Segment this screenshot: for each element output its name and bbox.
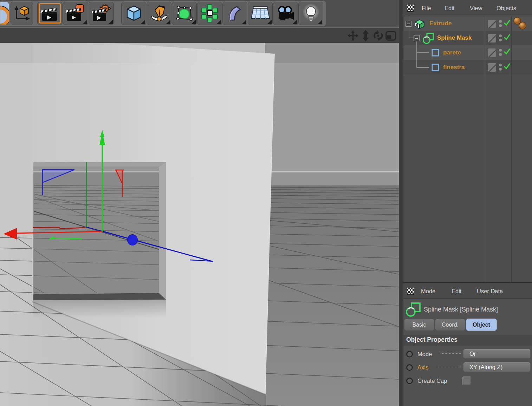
light-button[interactable] — [298, 2, 323, 25]
om-menu-file[interactable]: File — [422, 0, 431, 16]
rectangle-spline-icon — [431, 63, 440, 72]
floor-environment-button[interactable] — [248, 2, 273, 25]
rotate-view-icon[interactable] — [372, 30, 384, 41]
tree-column-separator — [484, 16, 484, 282]
tree-item-extrude[interactable]: Extrude — [429, 20, 452, 27]
editor-visibility-dot[interactable] — [499, 34, 502, 37]
subdivision-surface-button[interactable] — [172, 2, 197, 25]
submenu-corner — [141, 20, 145, 24]
tab-coord[interactable]: Coord. — [435, 319, 465, 331]
attribute-manager-header: Mode Edit User Data — [403, 282, 532, 299]
panel-divider[interactable] — [399, 0, 403, 406]
rotate-tool-button[interactable] — [0, 2, 9, 25]
spline-mask-icon — [406, 302, 422, 317]
object-tree: Extrude Spline Mask — [403, 16, 532, 282]
spline-pen-button[interactable] — [147, 2, 171, 25]
drag-handle-icon[interactable] — [407, 5, 414, 12]
viewport-header — [0, 27, 399, 43]
submenu-corner — [109, 20, 113, 24]
drag-handle-icon[interactable] — [407, 288, 414, 295]
axis-dropdown[interactable]: XY (Along Z) — [463, 362, 531, 372]
enabled-check-parete[interactable] — [504, 48, 511, 55]
zoom-icon[interactable] — [360, 30, 371, 41]
z-axis-handle[interactable] — [128, 235, 137, 245]
leader-dots — [441, 350, 461, 354]
editor-visibility-dot[interactable] — [499, 64, 502, 66]
tree-line — [409, 38, 414, 38]
tab-basic[interactable]: Basic — [404, 319, 434, 331]
render-view-button[interactable] — [37, 2, 63, 25]
move-axis-icon — [12, 4, 31, 23]
main-toolbar — [0, 0, 399, 27]
render-settings-icon — [92, 4, 111, 23]
object-title: Spline Mask [Spline Mask] — [424, 306, 498, 313]
section-header: Object Properties — [403, 335, 532, 346]
layer-toggle-parete[interactable] — [488, 48, 496, 57]
submenu-corner — [318, 20, 322, 24]
create-cap-checkbox[interactable] — [462, 376, 471, 385]
am-menu-user-data[interactable]: User Data — [477, 283, 503, 300]
maximize-view-icon[interactable] — [385, 30, 397, 41]
viewport-canvas — [0, 43, 399, 406]
render-visibility-dot[interactable] — [499, 68, 502, 71]
param-circle-create-cap[interactable] — [406, 378, 413, 384]
mode-dropdown[interactable]: Or — [463, 349, 531, 359]
layer-toggle-spline-mask[interactable] — [488, 34, 496, 42]
param-label-axis: Axis — [417, 364, 428, 371]
param-circle-mode[interactable] — [406, 351, 413, 358]
tree-line — [409, 27, 409, 38]
tree-line — [416, 52, 429, 53]
om-menu-objects[interactable]: Objects — [497, 0, 516, 16]
submenu-corner — [192, 20, 196, 24]
submenu-corner — [83, 20, 87, 24]
tree-item-spline-mask[interactable]: Spline Mask — [437, 34, 472, 41]
submenu-corner — [293, 20, 297, 24]
array-modeling-button[interactable] — [197, 2, 222, 25]
layer-toggle-extrude[interactable] — [488, 20, 496, 28]
expander-spline-mask[interactable] — [414, 35, 420, 41]
submenu-corner — [166, 20, 170, 24]
param-circle-axis[interactable] — [406, 364, 413, 371]
backdrop-strip — [265, 172, 399, 185]
render-picture-viewer-icon — [66, 4, 85, 23]
enabled-check-finestra[interactable] — [504, 63, 511, 70]
tree-line — [416, 67, 429, 68]
rectangle-spline-icon — [431, 48, 440, 57]
tree-line — [416, 41, 417, 68]
phong-tag-icon[interactable] — [512, 16, 530, 31]
subdivision-surface-icon — [175, 4, 194, 23]
layer-toggle-finestra[interactable] — [488, 63, 496, 72]
camera-button[interactable] — [273, 2, 298, 25]
tree-item-parete[interactable]: parete — [443, 49, 461, 56]
spline-pen-icon — [150, 4, 169, 23]
submenu-corner — [267, 20, 272, 24]
om-menu-view[interactable]: View — [470, 0, 482, 16]
backdrop-top-band — [265, 43, 399, 63]
render-visibility-dot[interactable] — [499, 53, 502, 56]
editor-visibility-dot[interactable] — [499, 20, 502, 23]
cinema4d-window: File Edit View Objects — [0, 0, 532, 406]
am-menu-edit[interactable]: Edit — [452, 283, 461, 300]
pan-icon[interactable] — [347, 30, 359, 41]
horizon-line — [265, 171, 399, 172]
cube-icon — [124, 4, 143, 23]
bend-deformer-button[interactable] — [222, 2, 247, 25]
expander-extrude[interactable] — [406, 21, 411, 27]
enabled-check-extrude[interactable] — [504, 19, 511, 26]
rotate-icon — [0, 6, 9, 25]
render-picture-viewer-button[interactable] — [63, 2, 88, 25]
tree-item-finestra[interactable]: finestra — [443, 64, 465, 71]
add-cube-button[interactable] — [121, 2, 146, 25]
move-axis-button[interactable] — [11, 2, 33, 25]
submenu-corner — [242, 20, 246, 24]
enabled-check-spline-mask[interactable] — [504, 34, 511, 41]
render-visibility-dot[interactable] — [499, 24, 502, 27]
right-panel: File Edit View Objects — [403, 0, 532, 406]
om-menu-edit[interactable]: Edit — [445, 0, 454, 16]
editor-visibility-dot[interactable] — [499, 49, 502, 52]
render-visibility-dot[interactable] — [499, 39, 502, 41]
render-settings-button[interactable] — [89, 2, 114, 25]
viewport-3d[interactable] — [0, 43, 399, 406]
tab-object[interactable]: Object — [466, 319, 497, 331]
am-menu-mode[interactable]: Mode — [421, 283, 435, 300]
